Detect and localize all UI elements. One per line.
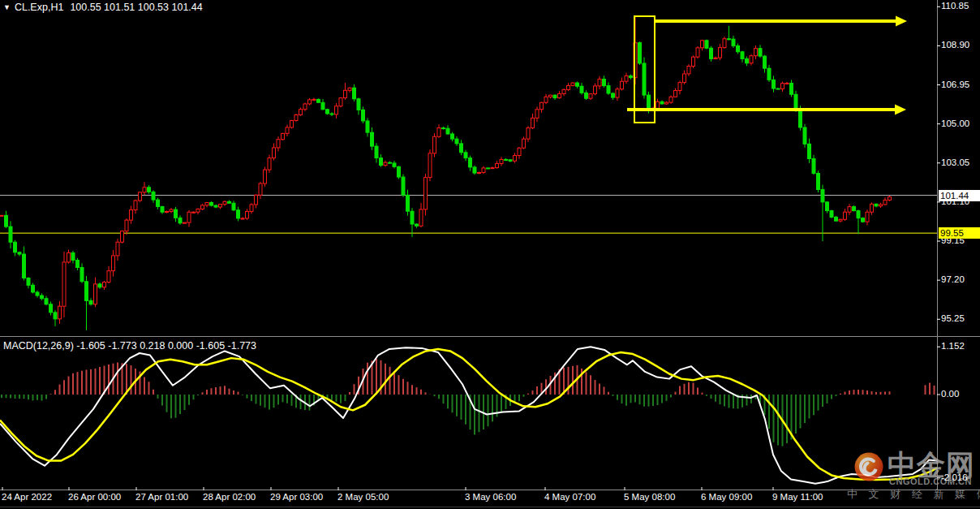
candle-body [170,209,173,211]
candle-body [384,162,387,165]
candle-body [18,252,21,254]
candle-body [237,210,240,218]
candle-body [58,306,62,319]
time-axis-label: 29 Apr 03:00 [270,492,323,502]
candle-body [660,101,664,104]
time-axis-label: 27 Apr 01:00 [135,492,188,502]
candle-body [76,260,80,267]
candle-body [888,197,892,201]
candle-body [143,188,146,192]
candle-body [514,156,517,162]
candle-body [264,170,267,183]
trend-arrow-2[interactable] [627,105,906,115]
candle-body [460,144,463,153]
time-axis-label: 2 May 05:00 [337,492,389,502]
candle-body [232,203,235,209]
candle-body [754,49,758,56]
trend-arrow-1[interactable] [655,16,907,27]
candle-body [478,172,481,173]
price-axis-label: 106.95 [941,80,969,89]
candle-body [763,56,767,68]
candle-body [375,146,378,157]
price-axis-label: 105.00 [941,119,969,128]
candle-body [830,211,833,218]
candle-body [496,164,499,168]
candle-body [241,218,244,219]
candle-body [603,79,606,85]
candle-body [571,83,574,85]
candle-body [643,63,646,95]
candle-body [406,195,410,211]
candle-body [116,242,119,256]
candle-body [732,39,735,45]
candle-body [638,43,642,63]
candle-body [741,52,744,59]
candle-body [273,148,276,158]
candle-body [294,115,298,121]
candle-body [737,45,740,51]
candle-body [23,254,26,278]
candle-body [683,74,686,83]
candle-body [669,97,673,102]
candle-body [54,313,57,319]
candle-body [482,168,485,173]
candle-body [419,209,423,226]
candle-body [389,162,392,163]
candle-body [348,88,351,90]
candle-body [518,148,521,155]
candle-body [67,252,71,262]
candle-body [746,58,749,63]
time-axis-label: 6 May 09:00 [701,492,752,502]
time-axis-label: 9 May 11:00 [772,492,823,502]
candle-body [339,98,342,106]
time-axis-label: 26 Apr 00:00 [68,492,121,502]
candle-body [505,159,508,160]
candle-body [826,202,829,211]
candle-body [290,120,294,127]
candle-body [366,121,369,132]
candle-body [303,104,307,110]
symbol-dropdown-icon[interactable]: ▼ [3,3,11,11]
price-pane[interactable] [0,17,937,330]
candle-body [799,111,802,127]
time-axis-label: 28 Apr 02:00 [203,492,256,502]
candle-body [442,128,445,129]
candle-body [326,110,329,114]
candle-body [701,41,704,48]
candle-body [157,200,160,206]
candle-body [210,203,213,206]
candle-body [562,89,565,93]
candle-body [380,158,383,166]
candle-body [451,134,454,139]
candle-body [540,102,544,109]
price-axis-label: 95.25 [941,313,965,323]
candle-body [268,158,271,170]
candle-body [862,218,865,222]
candle-body [785,83,789,84]
candle-body [870,204,874,212]
candle-body [5,215,8,226]
candle-body [134,201,137,210]
chart-canvas[interactable] [0,0,980,509]
candle-body [205,203,208,205]
candle-body [455,139,458,144]
candle-body [692,57,695,66]
candle-body [719,48,722,58]
candle-body [714,58,717,58]
candle-body [647,95,651,109]
candle-body [812,158,815,173]
candle-body [728,39,731,40]
candle-body [402,177,405,195]
candle-body [781,84,784,89]
candle-body [107,271,110,283]
candle-body [759,49,762,56]
candle-body [567,85,570,89]
chart-title: ▼CL.Exp,H1100.55 101.51 100.53 101.44 [3,2,203,13]
cngold-logo-icon [853,451,884,482]
candle-body [174,209,178,218]
candle-body [45,299,48,304]
macd-pane[interactable] [0,347,937,483]
candle-body [750,56,753,63]
candle-body [321,102,325,109]
candle-body [616,89,619,97]
